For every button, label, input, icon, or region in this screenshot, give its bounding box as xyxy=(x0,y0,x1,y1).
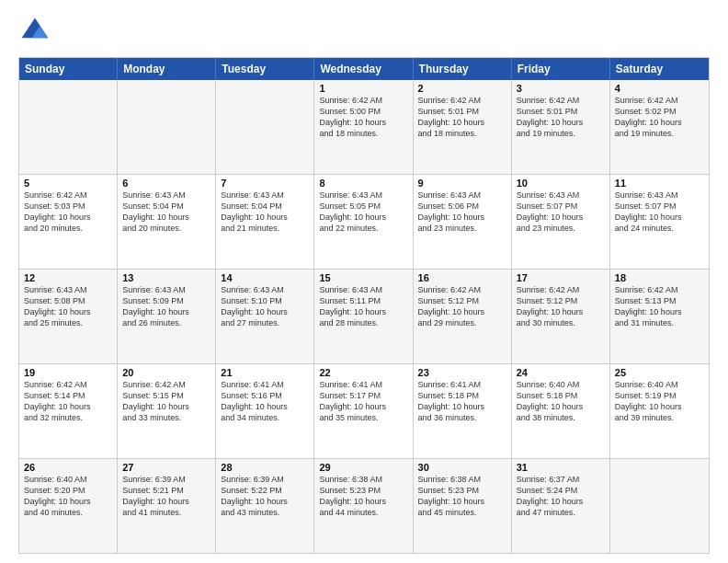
day-number: 21 xyxy=(221,367,309,378)
day-number: 25 xyxy=(615,367,704,378)
day-number: 8 xyxy=(319,178,407,189)
day-number: 22 xyxy=(319,367,407,378)
day-number: 17 xyxy=(517,272,605,283)
header-day-wednesday: Wednesday xyxy=(314,58,413,80)
day-number: 5 xyxy=(24,178,112,189)
day-info: Sunrise: 6:42 AM Sunset: 5:00 PM Dayligh… xyxy=(319,95,407,140)
day-cell-30: 30Sunrise: 6:38 AM Sunset: 5:23 PM Dayli… xyxy=(414,459,512,553)
day-cell-13: 13Sunrise: 6:43 AM Sunset: 5:09 PM Dayli… xyxy=(118,270,216,363)
empty-cell xyxy=(610,459,709,553)
day-info: Sunrise: 6:43 AM Sunset: 5:07 PM Dayligh… xyxy=(517,190,605,235)
day-number: 19 xyxy=(24,367,112,378)
day-number: 31 xyxy=(517,462,605,473)
day-cell-23: 23Sunrise: 6:41 AM Sunset: 5:18 PM Dayli… xyxy=(414,364,512,458)
day-cell-4: 4Sunrise: 6:42 AM Sunset: 5:02 PM Daylig… xyxy=(610,80,709,174)
day-cell-12: 12Sunrise: 6:43 AM Sunset: 5:08 PM Dayli… xyxy=(19,270,118,363)
day-number: 6 xyxy=(122,178,210,189)
day-info: Sunrise: 6:40 AM Sunset: 5:19 PM Dayligh… xyxy=(615,379,704,424)
day-cell-17: 17Sunrise: 6:42 AM Sunset: 5:12 PM Dayli… xyxy=(512,270,610,363)
day-number: 4 xyxy=(615,83,704,94)
day-cell-27: 27Sunrise: 6:39 AM Sunset: 5:21 PM Dayli… xyxy=(118,459,216,553)
page: SundayMondayTuesdayWednesdayThursdayFrid… xyxy=(0,0,728,563)
day-info: Sunrise: 6:42 AM Sunset: 5:15 PM Dayligh… xyxy=(122,379,210,424)
day-info: Sunrise: 6:38 AM Sunset: 5:23 PM Dayligh… xyxy=(319,474,407,519)
week-row-5: 26Sunrise: 6:40 AM Sunset: 5:20 PM Dayli… xyxy=(19,459,709,553)
header-day-sunday: Sunday xyxy=(19,58,118,80)
day-number: 13 xyxy=(122,272,210,283)
day-cell-28: 28Sunrise: 6:39 AM Sunset: 5:22 PM Dayli… xyxy=(216,459,314,553)
day-cell-3: 3Sunrise: 6:42 AM Sunset: 5:01 PM Daylig… xyxy=(512,80,610,174)
week-row-2: 5Sunrise: 6:42 AM Sunset: 5:03 PM Daylig… xyxy=(19,175,709,270)
day-number: 14 xyxy=(221,272,309,283)
header-day-tuesday: Tuesday xyxy=(216,58,314,80)
header-day-friday: Friday xyxy=(512,58,610,80)
day-cell-31: 31Sunrise: 6:37 AM Sunset: 5:24 PM Dayli… xyxy=(512,459,610,553)
header xyxy=(18,15,710,48)
header-day-monday: Monday xyxy=(118,58,216,80)
day-info: Sunrise: 6:42 AM Sunset: 5:01 PM Dayligh… xyxy=(418,95,506,140)
day-cell-11: 11Sunrise: 6:43 AM Sunset: 5:07 PM Dayli… xyxy=(610,175,709,269)
day-info: Sunrise: 6:39 AM Sunset: 5:21 PM Dayligh… xyxy=(122,474,210,519)
day-number: 29 xyxy=(319,462,407,473)
day-info: Sunrise: 6:43 AM Sunset: 5:07 PM Dayligh… xyxy=(615,190,704,235)
day-cell-9: 9Sunrise: 6:43 AM Sunset: 5:06 PM Daylig… xyxy=(414,175,512,269)
day-info: Sunrise: 6:43 AM Sunset: 5:05 PM Dayligh… xyxy=(319,190,407,235)
day-info: Sunrise: 6:39 AM Sunset: 5:22 PM Dayligh… xyxy=(221,474,309,519)
empty-cell xyxy=(216,80,314,174)
day-number: 7 xyxy=(221,178,309,189)
day-info: Sunrise: 6:42 AM Sunset: 5:12 PM Dayligh… xyxy=(517,284,605,329)
day-info: Sunrise: 6:41 AM Sunset: 5:18 PM Dayligh… xyxy=(418,379,506,424)
day-cell-7: 7Sunrise: 6:43 AM Sunset: 5:04 PM Daylig… xyxy=(216,175,314,269)
logo-icon xyxy=(18,15,51,48)
empty-cell xyxy=(118,80,216,174)
day-number: 11 xyxy=(615,178,704,189)
day-number: 18 xyxy=(615,272,704,283)
calendar: SundayMondayTuesdayWednesdayThursdayFrid… xyxy=(18,57,710,554)
day-info: Sunrise: 6:42 AM Sunset: 5:13 PM Dayligh… xyxy=(615,284,704,329)
day-cell-25: 25Sunrise: 6:40 AM Sunset: 5:19 PM Dayli… xyxy=(610,364,709,458)
day-info: Sunrise: 6:42 AM Sunset: 5:14 PM Dayligh… xyxy=(24,379,112,424)
day-info: Sunrise: 6:43 AM Sunset: 5:06 PM Dayligh… xyxy=(418,190,506,235)
day-info: Sunrise: 6:41 AM Sunset: 5:17 PM Dayligh… xyxy=(319,379,407,424)
day-number: 15 xyxy=(319,272,407,283)
day-cell-5: 5Sunrise: 6:42 AM Sunset: 5:03 PM Daylig… xyxy=(19,175,118,269)
day-info: Sunrise: 6:42 AM Sunset: 5:12 PM Dayligh… xyxy=(418,284,506,329)
week-row-4: 19Sunrise: 6:42 AM Sunset: 5:14 PM Dayli… xyxy=(19,364,709,459)
day-number: 12 xyxy=(24,272,112,283)
day-info: Sunrise: 6:43 AM Sunset: 5:11 PM Dayligh… xyxy=(319,284,407,329)
day-number: 23 xyxy=(418,367,506,378)
day-cell-24: 24Sunrise: 6:40 AM Sunset: 5:18 PM Dayli… xyxy=(512,364,610,458)
day-cell-22: 22Sunrise: 6:41 AM Sunset: 5:17 PM Dayli… xyxy=(314,364,413,458)
day-number: 10 xyxy=(517,178,605,189)
day-cell-15: 15Sunrise: 6:43 AM Sunset: 5:11 PM Dayli… xyxy=(314,270,413,363)
day-number: 28 xyxy=(221,462,309,473)
day-info: Sunrise: 6:42 AM Sunset: 5:01 PM Dayligh… xyxy=(517,95,605,140)
header-day-saturday: Saturday xyxy=(610,58,709,80)
day-number: 20 xyxy=(122,367,210,378)
day-cell-29: 29Sunrise: 6:38 AM Sunset: 5:23 PM Dayli… xyxy=(314,459,413,553)
day-info: Sunrise: 6:40 AM Sunset: 5:20 PM Dayligh… xyxy=(24,474,112,519)
day-info: Sunrise: 6:43 AM Sunset: 5:09 PM Dayligh… xyxy=(122,284,210,329)
day-cell-10: 10Sunrise: 6:43 AM Sunset: 5:07 PM Dayli… xyxy=(512,175,610,269)
day-number: 9 xyxy=(418,178,506,189)
day-number: 16 xyxy=(418,272,506,283)
day-cell-1: 1Sunrise: 6:42 AM Sunset: 5:00 PM Daylig… xyxy=(314,80,413,174)
day-cell-2: 2Sunrise: 6:42 AM Sunset: 5:01 PM Daylig… xyxy=(414,80,512,174)
day-number: 27 xyxy=(122,462,210,473)
empty-cell xyxy=(19,80,118,174)
week-row-3: 12Sunrise: 6:43 AM Sunset: 5:08 PM Dayli… xyxy=(19,270,709,364)
day-info: Sunrise: 6:43 AM Sunset: 5:04 PM Dayligh… xyxy=(122,190,210,235)
day-info: Sunrise: 6:42 AM Sunset: 5:02 PM Dayligh… xyxy=(615,95,704,140)
day-info: Sunrise: 6:43 AM Sunset: 5:08 PM Dayligh… xyxy=(24,284,112,329)
day-number: 26 xyxy=(24,462,112,473)
day-cell-26: 26Sunrise: 6:40 AM Sunset: 5:20 PM Dayli… xyxy=(19,459,118,553)
header-day-thursday: Thursday xyxy=(414,58,512,80)
day-cell-16: 16Sunrise: 6:42 AM Sunset: 5:12 PM Dayli… xyxy=(414,270,512,363)
day-number: 30 xyxy=(418,462,506,473)
day-cell-20: 20Sunrise: 6:42 AM Sunset: 5:15 PM Dayli… xyxy=(118,364,216,458)
day-number: 1 xyxy=(319,83,407,94)
day-cell-6: 6Sunrise: 6:43 AM Sunset: 5:04 PM Daylig… xyxy=(118,175,216,269)
day-info: Sunrise: 6:42 AM Sunset: 5:03 PM Dayligh… xyxy=(24,190,112,235)
day-cell-8: 8Sunrise: 6:43 AM Sunset: 5:05 PM Daylig… xyxy=(314,175,413,269)
logo xyxy=(18,15,55,48)
